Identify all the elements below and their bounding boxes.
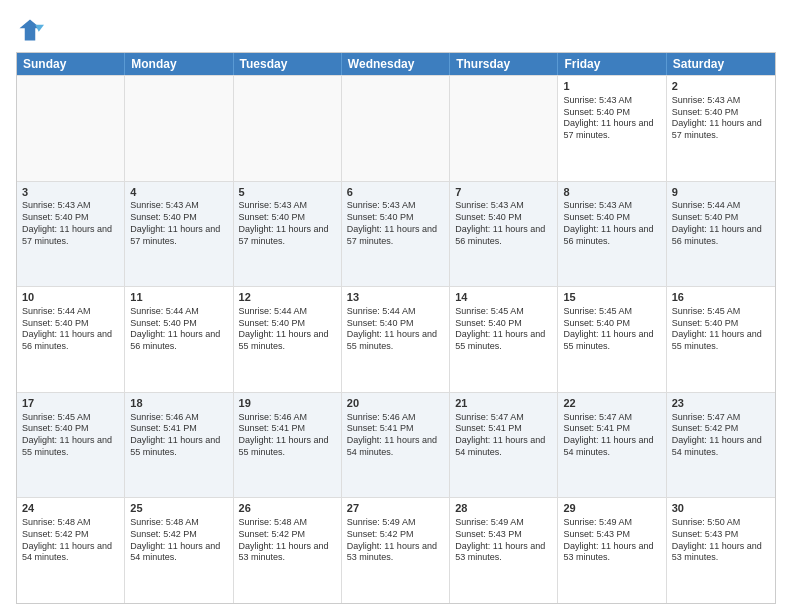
day-number: 19	[239, 396, 336, 411]
calendar-cell: 21Sunrise: 5:47 AM Sunset: 5:41 PM Dayli…	[450, 393, 558, 498]
cell-details: Sunrise: 5:48 AM Sunset: 5:42 PM Dayligh…	[239, 517, 336, 564]
day-number: 28	[455, 501, 552, 516]
weekday-header: Tuesday	[234, 53, 342, 75]
day-number: 21	[455, 396, 552, 411]
calendar-cell	[17, 76, 125, 181]
day-number: 29	[563, 501, 660, 516]
calendar-row: 10Sunrise: 5:44 AM Sunset: 5:40 PM Dayli…	[17, 286, 775, 392]
cell-details: Sunrise: 5:49 AM Sunset: 5:43 PM Dayligh…	[455, 517, 552, 564]
cell-details: Sunrise: 5:43 AM Sunset: 5:40 PM Dayligh…	[130, 200, 227, 247]
cell-details: Sunrise: 5:46 AM Sunset: 5:41 PM Dayligh…	[239, 412, 336, 459]
calendar-cell: 2Sunrise: 5:43 AM Sunset: 5:40 PM Daylig…	[667, 76, 775, 181]
calendar-body: 1Sunrise: 5:43 AM Sunset: 5:40 PM Daylig…	[17, 75, 775, 603]
cell-details: Sunrise: 5:49 AM Sunset: 5:42 PM Dayligh…	[347, 517, 444, 564]
day-number: 4	[130, 185, 227, 200]
calendar-cell	[450, 76, 558, 181]
cell-details: Sunrise: 5:43 AM Sunset: 5:40 PM Dayligh…	[672, 95, 770, 142]
logo-icon	[16, 16, 44, 44]
calendar-cell: 15Sunrise: 5:45 AM Sunset: 5:40 PM Dayli…	[558, 287, 666, 392]
calendar-cell	[125, 76, 233, 181]
calendar-cell	[234, 76, 342, 181]
calendar-cell: 19Sunrise: 5:46 AM Sunset: 5:41 PM Dayli…	[234, 393, 342, 498]
calendar-cell: 23Sunrise: 5:47 AM Sunset: 5:42 PM Dayli…	[667, 393, 775, 498]
logo	[16, 16, 48, 44]
cell-details: Sunrise: 5:43 AM Sunset: 5:40 PM Dayligh…	[563, 200, 660, 247]
day-number: 22	[563, 396, 660, 411]
cell-details: Sunrise: 5:43 AM Sunset: 5:40 PM Dayligh…	[455, 200, 552, 247]
cell-details: Sunrise: 5:43 AM Sunset: 5:40 PM Dayligh…	[22, 200, 119, 247]
calendar-cell: 11Sunrise: 5:44 AM Sunset: 5:40 PM Dayli…	[125, 287, 233, 392]
calendar-row: 1Sunrise: 5:43 AM Sunset: 5:40 PM Daylig…	[17, 75, 775, 181]
calendar-header: SundayMondayTuesdayWednesdayThursdayFrid…	[17, 53, 775, 75]
calendar: SundayMondayTuesdayWednesdayThursdayFrid…	[16, 52, 776, 604]
day-number: 13	[347, 290, 444, 305]
calendar-cell: 10Sunrise: 5:44 AM Sunset: 5:40 PM Dayli…	[17, 287, 125, 392]
cell-details: Sunrise: 5:46 AM Sunset: 5:41 PM Dayligh…	[347, 412, 444, 459]
calendar-cell: 13Sunrise: 5:44 AM Sunset: 5:40 PM Dayli…	[342, 287, 450, 392]
cell-details: Sunrise: 5:44 AM Sunset: 5:40 PM Dayligh…	[130, 306, 227, 353]
calendar-cell: 26Sunrise: 5:48 AM Sunset: 5:42 PM Dayli…	[234, 498, 342, 603]
cell-details: Sunrise: 5:44 AM Sunset: 5:40 PM Dayligh…	[22, 306, 119, 353]
day-number: 10	[22, 290, 119, 305]
day-number: 9	[672, 185, 770, 200]
calendar-row: 17Sunrise: 5:45 AM Sunset: 5:40 PM Dayli…	[17, 392, 775, 498]
calendar-cell: 20Sunrise: 5:46 AM Sunset: 5:41 PM Dayli…	[342, 393, 450, 498]
calendar-cell: 22Sunrise: 5:47 AM Sunset: 5:41 PM Dayli…	[558, 393, 666, 498]
cell-details: Sunrise: 5:45 AM Sunset: 5:40 PM Dayligh…	[22, 412, 119, 459]
calendar-cell: 1Sunrise: 5:43 AM Sunset: 5:40 PM Daylig…	[558, 76, 666, 181]
calendar-cell: 27Sunrise: 5:49 AM Sunset: 5:42 PM Dayli…	[342, 498, 450, 603]
cell-details: Sunrise: 5:48 AM Sunset: 5:42 PM Dayligh…	[22, 517, 119, 564]
cell-details: Sunrise: 5:48 AM Sunset: 5:42 PM Dayligh…	[130, 517, 227, 564]
calendar-cell: 16Sunrise: 5:45 AM Sunset: 5:40 PM Dayli…	[667, 287, 775, 392]
day-number: 6	[347, 185, 444, 200]
day-number: 3	[22, 185, 119, 200]
cell-details: Sunrise: 5:47 AM Sunset: 5:42 PM Dayligh…	[672, 412, 770, 459]
header	[16, 12, 776, 44]
day-number: 18	[130, 396, 227, 411]
weekday-header: Sunday	[17, 53, 125, 75]
day-number: 23	[672, 396, 770, 411]
calendar-cell: 29Sunrise: 5:49 AM Sunset: 5:43 PM Dayli…	[558, 498, 666, 603]
calendar-cell	[342, 76, 450, 181]
svg-marker-0	[20, 20, 41, 41]
day-number: 14	[455, 290, 552, 305]
cell-details: Sunrise: 5:49 AM Sunset: 5:43 PM Dayligh…	[563, 517, 660, 564]
day-number: 25	[130, 501, 227, 516]
day-number: 12	[239, 290, 336, 305]
cell-details: Sunrise: 5:43 AM Sunset: 5:40 PM Dayligh…	[563, 95, 660, 142]
calendar-row: 3Sunrise: 5:43 AM Sunset: 5:40 PM Daylig…	[17, 181, 775, 287]
day-number: 17	[22, 396, 119, 411]
weekday-header: Saturday	[667, 53, 775, 75]
cell-details: Sunrise: 5:45 AM Sunset: 5:40 PM Dayligh…	[455, 306, 552, 353]
calendar-cell: 8Sunrise: 5:43 AM Sunset: 5:40 PM Daylig…	[558, 182, 666, 287]
calendar-cell: 17Sunrise: 5:45 AM Sunset: 5:40 PM Dayli…	[17, 393, 125, 498]
day-number: 5	[239, 185, 336, 200]
day-number: 2	[672, 79, 770, 94]
cell-details: Sunrise: 5:47 AM Sunset: 5:41 PM Dayligh…	[455, 412, 552, 459]
day-number: 15	[563, 290, 660, 305]
day-number: 27	[347, 501, 444, 516]
calendar-cell: 14Sunrise: 5:45 AM Sunset: 5:40 PM Dayli…	[450, 287, 558, 392]
cell-details: Sunrise: 5:44 AM Sunset: 5:40 PM Dayligh…	[672, 200, 770, 247]
weekday-header: Thursday	[450, 53, 558, 75]
cell-details: Sunrise: 5:46 AM Sunset: 5:41 PM Dayligh…	[130, 412, 227, 459]
weekday-header: Friday	[558, 53, 666, 75]
cell-details: Sunrise: 5:45 AM Sunset: 5:40 PM Dayligh…	[672, 306, 770, 353]
day-number: 8	[563, 185, 660, 200]
page: SundayMondayTuesdayWednesdayThursdayFrid…	[0, 0, 792, 612]
day-number: 16	[672, 290, 770, 305]
calendar-cell: 12Sunrise: 5:44 AM Sunset: 5:40 PM Dayli…	[234, 287, 342, 392]
calendar-cell: 4Sunrise: 5:43 AM Sunset: 5:40 PM Daylig…	[125, 182, 233, 287]
day-number: 11	[130, 290, 227, 305]
day-number: 20	[347, 396, 444, 411]
calendar-cell: 6Sunrise: 5:43 AM Sunset: 5:40 PM Daylig…	[342, 182, 450, 287]
cell-details: Sunrise: 5:43 AM Sunset: 5:40 PM Dayligh…	[239, 200, 336, 247]
calendar-cell: 5Sunrise: 5:43 AM Sunset: 5:40 PM Daylig…	[234, 182, 342, 287]
calendar-cell: 30Sunrise: 5:50 AM Sunset: 5:43 PM Dayli…	[667, 498, 775, 603]
day-number: 30	[672, 501, 770, 516]
calendar-cell: 28Sunrise: 5:49 AM Sunset: 5:43 PM Dayli…	[450, 498, 558, 603]
cell-details: Sunrise: 5:47 AM Sunset: 5:41 PM Dayligh…	[563, 412, 660, 459]
calendar-cell: 9Sunrise: 5:44 AM Sunset: 5:40 PM Daylig…	[667, 182, 775, 287]
calendar-cell: 7Sunrise: 5:43 AM Sunset: 5:40 PM Daylig…	[450, 182, 558, 287]
calendar-cell: 25Sunrise: 5:48 AM Sunset: 5:42 PM Dayli…	[125, 498, 233, 603]
